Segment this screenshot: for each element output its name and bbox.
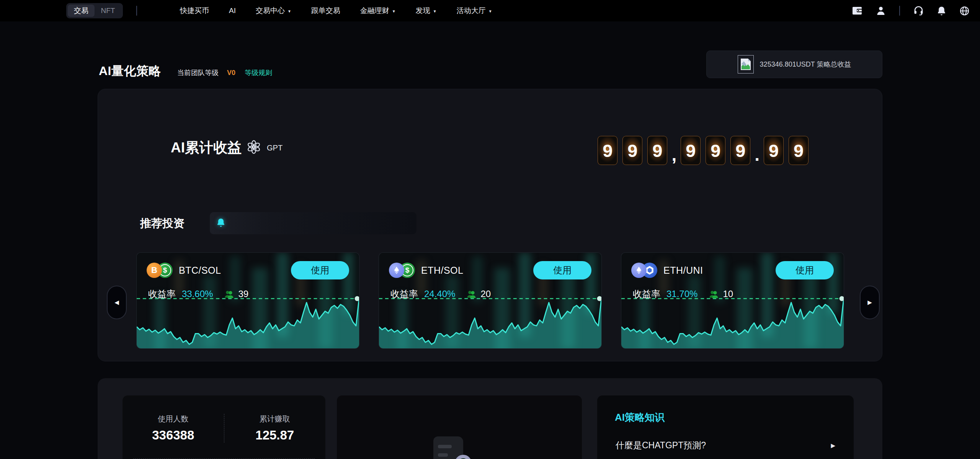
card-header: $ ETH/SOL 使用 xyxy=(389,261,591,279)
users-icon xyxy=(467,289,477,299)
menu-label: 跟单交易 xyxy=(311,6,340,16)
counter-separator: , xyxy=(671,146,676,165)
stat-users: 使用人数 336388 xyxy=(122,414,224,443)
counter-digit: 9 xyxy=(789,136,808,165)
users-icon xyxy=(224,289,234,299)
pair-coin-icons xyxy=(631,263,657,278)
notification-icon[interactable] xyxy=(937,6,946,15)
counter-digit: 9 xyxy=(622,136,642,165)
hero-header: AI累计收益 GPT xyxy=(171,138,283,157)
counter-digit: 9 xyxy=(681,136,701,165)
knowledge-list: 什麼是CHATGPT預測? ▶ 什么是无限网格? ▶ xyxy=(615,430,836,459)
counter-digit: 9 xyxy=(647,136,667,165)
rate-value: 24.40% xyxy=(424,289,455,299)
market-toggle: 交易 NFT xyxy=(66,3,123,18)
chevron-down-icon: ▼ xyxy=(488,9,492,13)
records-empty-card xyxy=(337,395,582,459)
menu-label: 快捷买币 xyxy=(180,6,209,16)
users-count: 10 xyxy=(723,289,733,299)
menu-copy-trading[interactable]: 跟单交易 xyxy=(311,6,340,16)
page-header: AI量化策略 当前团队等级 V0 等级规则 xyxy=(99,55,272,88)
user-icon[interactable] xyxy=(876,6,885,15)
menu-label: 交易中心 xyxy=(256,6,285,16)
strategy-card-row: B $ BTC/SOL 使用 收益率 33.60% 39 xyxy=(136,252,844,349)
knowledge-item-chatgpt[interactable]: 什麼是CHATGPT預測? ▶ xyxy=(615,430,836,459)
menu-discover[interactable]: 发现▼ xyxy=(416,6,437,16)
users-icon xyxy=(709,289,719,299)
knowledge-title: AI策略知识 xyxy=(615,411,836,424)
pair-name: BTC/SOL xyxy=(179,265,221,276)
carousel-prev-button[interactable]: ◀ xyxy=(107,286,127,319)
menu-label: AI xyxy=(229,7,236,15)
bottom-section: 使用人数 336388 累计赚取 125.87 AI策略知识 什麼是CHATGP… xyxy=(98,378,882,459)
stat-label: 累计赚取 xyxy=(224,414,326,424)
bell-icon xyxy=(217,218,225,229)
counter-separator: . xyxy=(755,146,760,165)
eth-coin-icon xyxy=(389,263,404,278)
strategy-card-eth-sol[interactable]: $ ETH/SOL 使用 收益率 24.40% 20 xyxy=(379,252,602,349)
strategy-card-btc-sol[interactable]: B $ BTC/SOL 使用 收益率 33.60% 39 xyxy=(136,252,359,349)
total-profit-badge: 325346.801USDT 策略总收益 xyxy=(706,51,882,78)
level-rules-link[interactable]: 等级规则 xyxy=(245,68,272,77)
menu-activity-hall[interactable]: 活动大厅▼ xyxy=(457,6,492,16)
rate-label: 收益率 xyxy=(633,288,660,300)
stat-label: 使用人数 xyxy=(122,414,224,424)
menu-quick-buy[interactable]: 快捷买币 xyxy=(180,6,209,16)
menu-label: 发现 xyxy=(416,6,430,16)
use-button[interactable]: 使用 xyxy=(776,261,834,279)
headset-icon[interactable] xyxy=(914,6,923,15)
knowledge-item-label: 什麼是CHATGPT預測? xyxy=(616,439,706,451)
main-menu: 快捷买币 AI 交易中心▼ 跟单交易 金融理财▼ 发现▼ 活动大厅▼ xyxy=(180,0,492,21)
recommend-title: 推荐投资 xyxy=(140,216,185,231)
navbar-icon-group xyxy=(853,0,969,21)
menu-label: 金融理财 xyxy=(360,6,389,16)
left-arrow-icon: ◀ xyxy=(114,299,119,306)
announcement-ticker xyxy=(210,212,416,234)
stat-earned: 累计赚取 125.87 xyxy=(224,414,326,443)
btc-coin-icon: B xyxy=(147,263,162,278)
ai-profit-card: AI累计收益 GPT 9 9 9 , 9 9 9 . 9 xyxy=(98,89,882,361)
card-meta: 收益率 31.70% 10 xyxy=(633,288,733,300)
tab-trade[interactable]: 交易 xyxy=(68,5,95,17)
hero-title: AI累计收益 xyxy=(171,138,242,157)
openai-logo-icon xyxy=(247,140,261,155)
nav-divider xyxy=(899,6,900,16)
counter-digit: 9 xyxy=(706,136,725,165)
team-level-value: V0 xyxy=(227,69,235,77)
globe-icon[interactable] xyxy=(960,6,969,16)
users-count: 20 xyxy=(480,289,491,299)
wallet-icon[interactable] xyxy=(853,7,862,15)
menu-finance[interactable]: 金融理财▼ xyxy=(360,6,396,16)
strategy-card-eth-uni[interactable]: ETH/UNI 使用 收益率 31.70% 10 xyxy=(621,252,844,349)
pair-name: ETH/UNI xyxy=(663,265,703,276)
menu-ai[interactable]: AI xyxy=(229,7,236,15)
users-count: 39 xyxy=(238,289,248,299)
pair-coin-icons: $ xyxy=(389,263,415,278)
menu-label: 活动大厅 xyxy=(457,6,486,16)
top-navbar: 交易 NFT 快捷买币 AI 交易中心▼ 跟单交易 金融理财▼ 发现▼ 活动大厅… xyxy=(0,0,980,21)
card-meta: 收益率 24.40% 20 xyxy=(390,288,491,300)
card-header: ETH/UNI 使用 xyxy=(631,261,834,279)
carousel-next-button[interactable]: ▶ xyxy=(860,286,880,319)
image-placeholder-icon xyxy=(738,55,754,74)
rate-label: 收益率 xyxy=(148,288,176,300)
profit-counter: 9 9 9 , 9 9 9 . 9 9 xyxy=(598,136,808,165)
counter-digit: 9 xyxy=(730,136,750,165)
gpt-label: GPT xyxy=(267,144,283,152)
menu-trade-center[interactable]: 交易中心▼ xyxy=(256,6,291,16)
use-button[interactable]: 使用 xyxy=(291,261,349,279)
chevron-down-icon: ▼ xyxy=(433,9,437,13)
counter-digit: 9 xyxy=(764,136,784,165)
eth-coin-icon xyxy=(631,263,647,278)
team-level-label: 当前团队等级 xyxy=(177,68,219,77)
pair-name: ETH/SOL xyxy=(421,265,463,276)
card-header: B $ BTC/SOL 使用 xyxy=(147,261,349,279)
rate-value: 31.70% xyxy=(666,289,697,299)
right-arrow-icon: ▶ xyxy=(867,299,872,306)
chevron-down-icon: ▼ xyxy=(287,9,291,13)
empty-state-illustration xyxy=(433,436,487,459)
rate-value: 33.60% xyxy=(182,289,213,299)
card-meta: 收益率 33.60% 39 xyxy=(148,288,248,300)
tab-nft[interactable]: NFT xyxy=(95,5,121,17)
use-button[interactable]: 使用 xyxy=(533,261,591,279)
